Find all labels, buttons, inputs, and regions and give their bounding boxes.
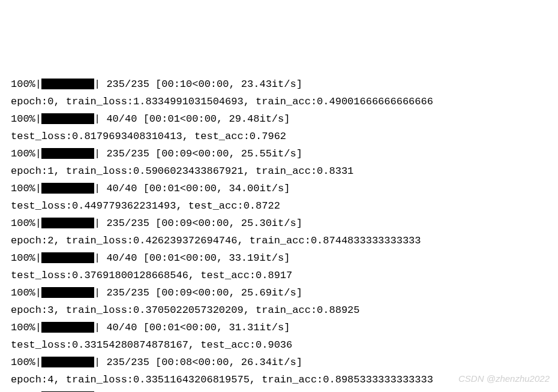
watermark-text: CSDN @zhenzhu2022 — [458, 370, 550, 387]
log-line: test_loss:0.33154280874878167, test_acc:… — [11, 336, 547, 354]
progress-pipe: | — [94, 113, 100, 125]
progress-stats: 235/235 [00:08<00:00, 26.34it/s] — [100, 357, 302, 368]
log-line: 100%|| 40/40 [00:01<00:00, 34.00it/s] — [11, 180, 547, 197]
progress-stats: 40/40 [00:01<00:00, 33.19it/s] — [100, 252, 290, 264]
progress-bar-icon — [41, 113, 94, 124]
log-text: epoch:1, train_loss:0.5906023433867921, … — [11, 165, 353, 177]
log-line: 100%|| 40/40 [00:01<00:00, 35.99it/s] — [11, 388, 547, 392]
progress-percent: 100% — [11, 79, 35, 90]
progress-bar-icon — [41, 148, 94, 159]
log-text: epoch:4, train_loss:0.33511643206819575,… — [11, 374, 433, 385]
progress-percent: 100% — [11, 252, 35, 264]
progress-stats: 235/235 [00:09<00:00, 25.69it/s] — [100, 287, 302, 298]
log-text: epoch:0, train_loss:1.8334991031504693, … — [11, 96, 433, 107]
log-text: test_loss:0.449779362231493, test_acc:0.… — [11, 200, 280, 212]
log-line: 100%|| 235/235 [00:09<00:00, 25.30it/s] — [11, 215, 547, 232]
log-line: 100%|| 235/235 [00:10<00:00, 23.43it/s] — [11, 76, 547, 93]
log-text: epoch:3, train_loss:0.3705022057320209, … — [11, 304, 360, 316]
progress-percent: 100% — [11, 322, 35, 333]
progress-stats: 40/40 [00:01<00:00, 29.48it/s] — [100, 113, 290, 125]
progress-bar-icon — [41, 79, 94, 89]
progress-stats: 235/235 [00:09<00:00, 25.55it/s] — [100, 148, 302, 159]
log-text: epoch:2, train_loss:0.426239372694746, t… — [11, 235, 421, 246]
progress-percent: 100% — [11, 148, 35, 159]
progress-pipe: | — [35, 322, 41, 333]
progress-pipe: | — [35, 218, 41, 229]
log-line: epoch:1, train_loss:0.5906023433867921, … — [11, 162, 547, 180]
log-line: epoch:3, train_loss:0.3705022057320209, … — [11, 301, 547, 319]
log-line: 100%|| 40/40 [00:01<00:00, 31.31it/s] — [11, 319, 547, 336]
progress-bar-icon — [41, 218, 94, 228]
progress-pipe: | — [35, 252, 41, 264]
progress-pipe: | — [94, 287, 100, 298]
log-line: 100%|| 235/235 [00:09<00:00, 25.55it/s] — [11, 145, 547, 162]
progress-pipe: | — [35, 113, 41, 125]
log-text: test_loss:0.8179693408310413, test_acc:0… — [11, 131, 286, 142]
log-text: test_loss:0.37691800128668546, test_acc:… — [11, 270, 292, 281]
progress-pipe: | — [35, 148, 41, 159]
progress-stats: 40/40 [00:01<00:00, 31.31it/s] — [100, 322, 290, 333]
progress-bar-icon — [41, 252, 94, 263]
log-line: test_loss:0.37691800128668546, test_acc:… — [11, 267, 547, 284]
log-line: epoch:0, train_loss:1.8334991031504693, … — [11, 93, 547, 110]
progress-pipe: | — [94, 183, 100, 194]
training-log-output: 100%|| 235/235 [00:10<00:00, 23.43it/s]e… — [11, 76, 547, 392]
log-line: test_loss:0.449779362231493, test_acc:0.… — [11, 197, 547, 215]
progress-bar-icon — [41, 357, 94, 367]
progress-pipe: | — [35, 357, 41, 368]
progress-pipe: | — [94, 148, 100, 159]
log-line: test_loss:0.8179693408310413, test_acc:0… — [11, 128, 547, 145]
progress-pipe: | — [94, 357, 100, 368]
progress-percent: 100% — [11, 218, 35, 229]
progress-pipe: | — [94, 79, 100, 90]
progress-pipe: | — [94, 218, 100, 229]
progress-percent: 100% — [11, 287, 35, 298]
log-line: epoch:2, train_loss:0.426239372694746, t… — [11, 232, 547, 249]
progress-percent: 100% — [11, 183, 35, 194]
progress-bar-icon — [41, 322, 94, 333]
progress-pipe: | — [35, 287, 41, 298]
progress-pipe: | — [94, 252, 100, 264]
log-line: 100%|| 40/40 [00:01<00:00, 29.48it/s] — [11, 110, 547, 128]
log-line: 100%|| 235/235 [00:08<00:00, 26.34it/s] — [11, 354, 547, 371]
progress-bar-icon — [41, 183, 94, 194]
progress-percent: 100% — [11, 357, 35, 368]
log-text: test_loss:0.33154280874878167, test_acc:… — [11, 339, 292, 351]
progress-pipe: | — [94, 322, 100, 333]
progress-percent: 100% — [11, 113, 35, 125]
log-line: 100%|| 40/40 [00:01<00:00, 33.19it/s] — [11, 249, 547, 267]
progress-stats: 235/235 [00:10<00:00, 23.43it/s] — [100, 79, 302, 90]
log-line: 100%|| 235/235 [00:09<00:00, 25.69it/s] — [11, 284, 547, 301]
progress-pipe: | — [35, 79, 41, 90]
progress-pipe: | — [35, 183, 41, 194]
progress-bar-icon — [41, 287, 94, 298]
progress-stats: 40/40 [00:01<00:00, 34.00it/s] — [100, 183, 290, 194]
progress-stats: 235/235 [00:09<00:00, 25.30it/s] — [100, 218, 302, 229]
